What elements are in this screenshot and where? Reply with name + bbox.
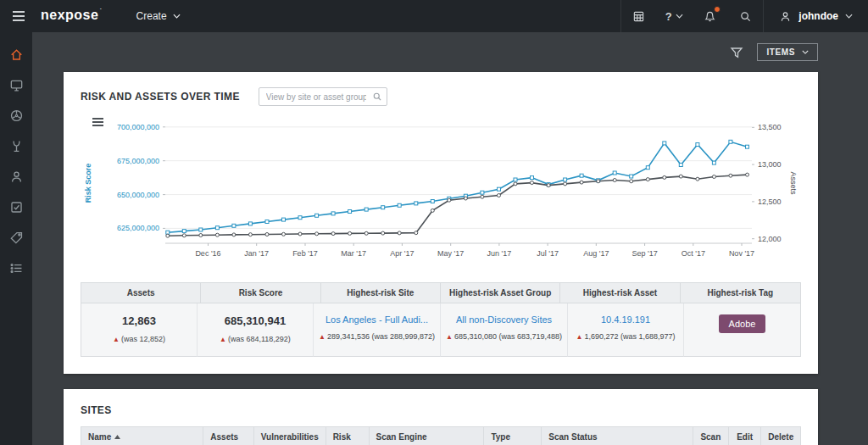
summary-headers: AssetsRisk ScoreHighest-risk SiteHighest… [81, 283, 800, 303]
summary-delta: ▲289,341,536 (was 288,999,872) [319, 332, 435, 341]
summary-value: 12,863 [86, 314, 192, 327]
svg-text:13,000: 13,000 [758, 160, 782, 169]
svg-text:Jul '17: Jul '17 [537, 249, 559, 258]
apps-grid-icon[interactable] [620, 0, 656, 32]
svg-text:May '17: May '17 [437, 249, 464, 258]
risk-assets-chart: 625,000,000650,000,000675,000,000700,000… [81, 114, 801, 269]
risk-assets-card: RISK AND ASSETS OVER TIME 625,000,000650… [64, 72, 818, 374]
svg-text:700,000,000: 700,000,000 [117, 123, 159, 131]
notifications-bell-icon[interactable] [692, 0, 727, 32]
topbar-right: ? johndoe [620, 0, 868, 32]
sidebar-vulnerabilities-icon[interactable] [0, 131, 32, 161]
summary-cell: Adobe [684, 303, 800, 357]
up-arrow-icon: ▲ [113, 336, 120, 343]
svg-text:625,000,000: 625,000,000 [117, 224, 159, 232]
items-dropdown[interactable]: ITEMS [757, 43, 818, 61]
create-button[interactable]: Create [123, 0, 194, 32]
svg-text:Aug '17: Aug '17 [583, 249, 609, 258]
topbar-left: nexpose˙ Create [0, 0, 194, 32]
menu-icon[interactable] [0, 0, 37, 32]
summary-cell: 12,863▲(was 12,852) [81, 303, 198, 357]
sidebar-assets-icon[interactable] [0, 100, 32, 131]
summary-header: Highest-risk Tag [681, 283, 800, 303]
column-header-risk[interactable]: Risk [326, 427, 369, 445]
help-icon[interactable]: ? [656, 0, 692, 32]
svg-text:650,000,000: 650,000,000 [117, 191, 159, 199]
svg-text:675,000,000: 675,000,000 [117, 157, 159, 165]
chevron-down-icon [802, 50, 809, 54]
svg-text:Apr '17: Apr '17 [390, 249, 414, 258]
summary-link[interactable]: 10.4.19.191 [573, 314, 678, 325]
up-arrow-icon: ▲ [446, 333, 453, 341]
main-content: ITEMS RISK AND ASSETS OVER TIME 625,000,… [32, 32, 868, 445]
user-menu[interactable]: johndoe [763, 0, 868, 32]
summary-header: Highest-risk Asset Group [441, 283, 560, 303]
filter-funnel-icon[interactable] [730, 46, 743, 59]
summary-strip: AssetsRisk ScoreHighest-risk SiteHighest… [81, 282, 801, 357]
summary-cell: All non-Discovery Sites▲685,310,080 (was… [441, 303, 568, 357]
search-icon[interactable] [727, 0, 763, 32]
sites-card: SITES NameAssetsVulnerabilitiesRiskScan … [64, 389, 818, 445]
chevron-down-icon [173, 14, 181, 19]
summary-cell: 10.4.19.191▲1,690,272 (was 1,688,977) [568, 303, 684, 357]
sidebar-administration-icon[interactable] [0, 253, 32, 283]
risk-card-header: RISK AND ASSETS OVER TIME [81, 87, 801, 106]
content-toolbar: ITEMS [64, 32, 818, 72]
column-header-edit[interactable]: Edit [729, 427, 761, 445]
chevron-down-icon [676, 14, 683, 19]
column-header-type[interactable]: Type [484, 427, 542, 445]
create-label: Create [136, 10, 167, 22]
svg-text:13,500: 13,500 [758, 123, 782, 131]
svg-text:12,500: 12,500 [758, 197, 782, 206]
topbar: nexpose˙ Create ? johndoe [0, 0, 868, 32]
summary-cell: Los Angeles - Full Audi...▲289,341,536 (… [314, 303, 441, 357]
column-header-delete[interactable]: Delete [761, 427, 801, 445]
app-logo: nexpose˙ [37, 0, 111, 32]
column-header-assets[interactable]: Assets [203, 427, 253, 445]
up-arrow-icon: ▲ [220, 336, 226, 343]
chevron-down-icon [845, 14, 853, 19]
svg-text:Assets: Assets [789, 171, 798, 195]
sidebar [0, 32, 32, 445]
tag-badge[interactable]: Adobe [719, 314, 766, 333]
sites-title: SITES [81, 404, 801, 416]
search-icon [372, 92, 382, 102]
summary-header: Assets [81, 283, 201, 303]
notification-badge [714, 6, 721, 13]
sidebar-policies-icon[interactable] [0, 161, 32, 192]
summary-delta: ▲685,310,080 (was 683,719,488) [446, 332, 562, 341]
chart-menu-icon[interactable] [91, 116, 105, 128]
column-header-scan[interactable]: Scan [693, 427, 728, 445]
sites-table: NameAssetsVulnerabilitiesRiskScan Engine… [81, 426, 801, 445]
sidebar-home-icon[interactable] [0, 39, 32, 70]
up-arrow-icon: ▲ [576, 333, 583, 341]
summary-link[interactable]: Los Angeles - Full Audi... [319, 314, 435, 325]
sort-asc-icon [114, 435, 120, 439]
column-header-name[interactable]: Name [81, 427, 203, 445]
risk-card-title: RISK AND ASSETS OVER TIME [81, 91, 240, 103]
svg-text:12,000: 12,000 [758, 235, 782, 243]
column-header-vulnerabilities[interactable]: Vulnerabilities [253, 427, 326, 445]
svg-text:Jan '17: Jan '17 [244, 249, 269, 258]
summary-delta: ▲1,690,272 (was 1,688,977) [573, 332, 678, 341]
column-header-scan-engine[interactable]: Scan Engine [369, 427, 484, 445]
svg-text:Nov '17: Nov '17 [729, 249, 754, 258]
summary-delta: ▲(was 684,118,292) [203, 335, 308, 343]
column-header-scan-status[interactable]: Scan Status [542, 427, 693, 445]
svg-text:Risk Score: Risk Score [84, 164, 92, 203]
up-arrow-icon: ▲ [319, 333, 326, 341]
summary-value: 685,310,941 [203, 314, 308, 327]
sidebar-tags-icon[interactable] [0, 222, 32, 253]
svg-text:Jun '17: Jun '17 [487, 249, 512, 258]
items-label: ITEMS [766, 47, 795, 57]
help-glyph: ? [665, 10, 672, 23]
summary-link[interactable]: All non-Discovery Sites [446, 314, 562, 325]
svg-text:Oct '17: Oct '17 [682, 249, 705, 258]
user-icon [779, 10, 792, 23]
logo-text: nexpose [41, 8, 98, 23]
sidebar-sites-icon[interactable] [0, 70, 32, 100]
site-search-input[interactable] [259, 87, 387, 106]
logo-mark: ˙ [99, 8, 102, 16]
chart-area: 625,000,000650,000,000675,000,000700,000… [81, 114, 801, 272]
sidebar-reports-icon[interactable] [0, 192, 32, 222]
